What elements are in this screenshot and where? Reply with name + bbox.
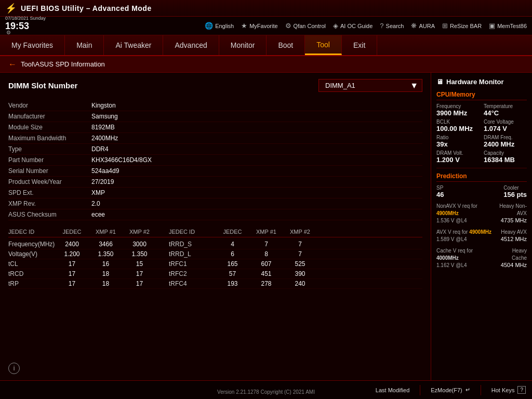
timing-jedec-left: 17: [55, 280, 89, 287]
footer: Version 2.21.1278 Copyright (C) 2021 AMI…: [0, 380, 532, 399]
timing-id-left: Frequency(MHz): [8, 241, 55, 248]
hw-item-label: DRAM Volt.1.200 V: [436, 150, 480, 164]
prediction-left: Cache V req for 4000MHz 1.162 V @L4: [436, 247, 496, 269]
ai-icon: ◈: [333, 22, 338, 30]
info-value: 524aa4d9: [91, 167, 119, 175]
info-value: 2.0: [91, 200, 100, 207]
table-row: tRCD 17 18 17 tRFC2 57 451 390: [8, 269, 422, 279]
back-arrow-icon[interactable]: ←: [8, 60, 17, 69]
nav-advanced[interactable]: Advanced: [163, 35, 219, 55]
aura-icon: ❋: [411, 22, 417, 30]
hardware-monitor-panel: 🖥 Hardware Monitor CPU/Memory Frequency3…: [431, 73, 532, 380]
topbar-memtest[interactable]: ▣ MemTest86: [489, 22, 527, 30]
timing-xmp2-right: 390: [283, 270, 317, 277]
prediction-right: Heavy AVX 4512 MHz: [501, 229, 527, 242]
timing-xmp2-left: 15: [123, 260, 156, 268]
th-jedec-left: JEDEC: [55, 229, 89, 235]
timing-xmp1-right: 7: [249, 241, 283, 248]
hw-item-label: Ratio39x: [436, 135, 480, 148]
timing-header: JEDEC ID JEDEC XMP #1 XMP #2 JEDEC ID JE…: [8, 229, 422, 237]
hw-item-label: DRAM Freq.2400 MHz: [484, 135, 527, 148]
nav-exit[interactable]: Exit: [342, 35, 377, 55]
info-row: TypeDDR4: [8, 144, 422, 155]
info-row: SPD Ext.XMP: [8, 188, 422, 198]
th-xmp2-right: XMP #2: [283, 229, 317, 235]
timing-xmp2-right: 525: [283, 260, 317, 268]
info-row: Module Size8192MB: [8, 122, 422, 133]
info-row: Product Week/Year27/2019: [8, 177, 422, 188]
ezmode-btn[interactable]: EzMode(F7) ↵: [424, 387, 476, 393]
last-modified-btn[interactable]: Last Modified: [369, 387, 416, 393]
timing-jedec-left: 2400: [55, 241, 89, 248]
table-row: tCL 17 16 15 tRFC1 165 607 525: [8, 259, 422, 269]
info-row: ASUS Checksumecee: [8, 209, 422, 220]
topbar-resizebar[interactable]: ⊞ ReSize BAR: [442, 22, 482, 30]
list-item: AVX V req for 4900MHz 1.589 V @L4 Heavy …: [436, 229, 527, 243]
info-value: DDR4: [91, 145, 109, 153]
hw-divider: [436, 168, 527, 168]
hw-item-label: BCLK100.00 MHz: [436, 119, 480, 132]
timing-xmp1-right: 451: [249, 270, 283, 277]
timing-xmp2-left: 17: [123, 280, 156, 287]
top-bar: 07/18/2021 Sunday 19:53 ⚙ 🌐 English ★ My…: [0, 17, 532, 35]
nav-tool[interactable]: Tool: [305, 35, 342, 55]
timing-xmp1-right: 278: [249, 280, 283, 287]
topbar-qfan[interactable]: ⚙ Qfan Control: [285, 22, 326, 30]
th-xmp1-left: XMP #1: [89, 229, 123, 235]
info-value: ecee: [91, 211, 105, 218]
prediction-section-title: Prediction: [436, 172, 527, 182]
topbar-search[interactable]: ? Search: [380, 22, 404, 30]
info-value: KHX3466C16D4/8GX: [91, 156, 152, 164]
topbar-myfavorite[interactable]: ★ MyFavorite: [241, 22, 277, 30]
topbar-aioc[interactable]: ◈ AI OC Guide: [333, 22, 373, 30]
nav-boot[interactable]: Boot: [267, 35, 305, 55]
topbar-english[interactable]: 🌐 English: [205, 22, 234, 30]
th-xmp2-left: XMP #2: [123, 229, 156, 235]
sp-value: 46: [436, 191, 444, 198]
hw-item-label: Temperature44°C: [484, 103, 527, 117]
nav-aitweaker[interactable]: Ai Tweaker: [104, 35, 163, 55]
monitor-icon: 🖥: [436, 78, 443, 86]
rog-logo: ⚡: [5, 3, 17, 14]
cpu-memory-grid: Frequency3900 MHzTemperature44°CBCLK100.…: [436, 103, 527, 164]
hotkeys-btn[interactable]: Hot Keys ?: [485, 386, 532, 394]
cooler-label: Cooler: [503, 185, 527, 191]
search-icon: ?: [380, 22, 383, 30]
timing-xmp2-right: 7: [283, 250, 317, 258]
timing-xmp2-left: 17: [123, 270, 156, 277]
info-label: Serial Number: [8, 167, 91, 175]
dimm-slot-select[interactable]: DIMM_A1 DIMM_A2 DIMM_B1 DIMM_B2: [318, 79, 422, 92]
prediction-right: Heavy Non-AVX 4735 MHz: [494, 203, 527, 223]
dimm-slot-selector[interactable]: DIMM_A1 DIMM_A2 DIMM_B1 DIMM_B2 ▼: [318, 79, 422, 92]
info-button[interactable]: i: [8, 363, 20, 374]
date-display: 07/18/2021 Sunday: [5, 16, 46, 21]
prediction-right: Heavy Cache 4504 MHz: [496, 247, 527, 268]
info-value: 27/2019: [91, 178, 114, 185]
timing-xmp1-left: 18: [89, 270, 123, 277]
timing-xmp2-left: 1.350: [123, 250, 156, 258]
info-value: Kingston: [91, 102, 116, 109]
timing-jedec-right: 193: [216, 280, 249, 287]
header-bar: ⚡ UEFI BIOS Utility – Advanced Mode: [0, 0, 532, 17]
info-label: ASUS Checksum: [8, 211, 91, 218]
nav-main[interactable]: Main: [65, 35, 104, 55]
footer-divider-2: [481, 385, 481, 395]
topbar-aura[interactable]: ❋ AURA: [411, 22, 435, 30]
info-label: Maximum Bandwidth: [8, 135, 91, 142]
timing-id-left: tCL: [8, 260, 55, 268]
timing-xmp1-left: 3466: [89, 241, 123, 248]
dimm-header: DIMM Slot Number DIMM_A1 DIMM_A2 DIMM_B1…: [8, 79, 422, 92]
ezmode-icon: ↵: [466, 387, 470, 393]
prediction-items: NonAVX V req for 4900MHz 1.536 V @L4 Hea…: [436, 203, 527, 269]
timing-xmp1-left: 16: [89, 260, 123, 268]
sp-label: SP: [436, 185, 444, 191]
nav-monitor[interactable]: Monitor: [219, 35, 267, 55]
table-row: tRP 17 18 17 tRFC4 193 278 240: [8, 279, 422, 289]
timing-id-left: tRP: [8, 280, 55, 287]
footer-divider-1: [420, 385, 420, 395]
nav-myfavorites[interactable]: My Favorites: [0, 35, 65, 55]
timing-xmp2-left: 3000: [123, 241, 156, 248]
settings-icon[interactable]: ⚙: [6, 30, 46, 35]
table-row: Voltage(V) 1.200 1.350 1.350 tRRD_L 6 8 …: [8, 249, 422, 259]
datetime-display: 07/18/2021 Sunday 19:53 ⚙: [5, 16, 46, 36]
